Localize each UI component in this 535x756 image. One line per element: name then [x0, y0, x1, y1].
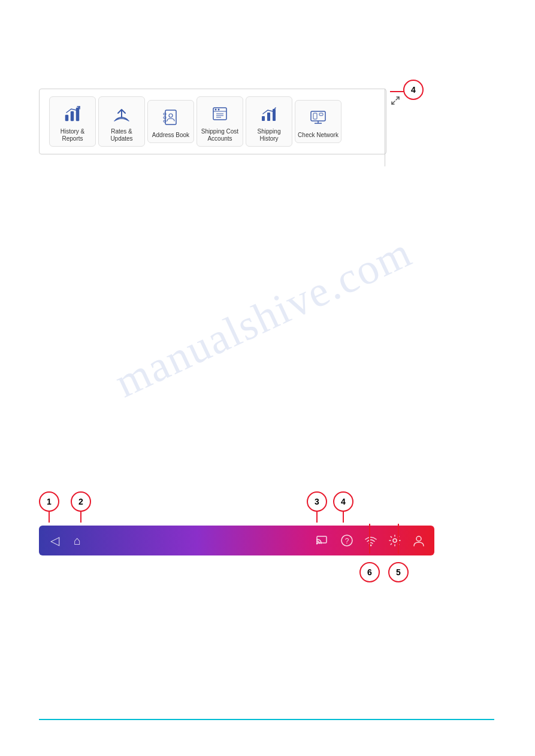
svg-text:?: ?	[345, 537, 349, 545]
divider-line	[385, 89, 385, 166]
address-book-label: Address Book	[152, 132, 189, 139]
callout-5: 5	[388, 562, 409, 582]
back-button[interactable]: ◁	[46, 532, 63, 549]
svg-rect-19	[313, 113, 317, 119]
nav-right-controls: ?	[315, 532, 427, 549]
shipping-history-label: Shipping History	[249, 128, 289, 142]
tool-rates-updates[interactable]: Rates & Updates	[98, 96, 145, 147]
callout-6-line	[369, 524, 370, 554]
bottom-line	[39, 719, 494, 720]
rates-updates-icon	[110, 102, 134, 126]
callout-4-top: 4	[403, 80, 424, 100]
toolbar-icons: History & Reports Rates & Updates	[49, 96, 341, 147]
callout-1: 1	[39, 491, 59, 512]
callout-2: 2	[71, 491, 91, 512]
home-button[interactable]: ⌂	[69, 532, 86, 549]
callout-6: 6	[359, 562, 380, 582]
toolbar-container: History & Reports Rates & Updates	[39, 89, 386, 154]
svg-point-7	[169, 114, 173, 117]
cast-icon[interactable]	[315, 532, 331, 549]
shipping-cost-icon	[208, 102, 232, 126]
check-network-label: Check Network	[298, 132, 338, 139]
help-icon[interactable]: ?	[338, 532, 355, 549]
tool-address-book[interactable]: Address Book	[147, 100, 194, 143]
svg-rect-15	[262, 116, 265, 121]
nav-left-controls: ◁ ⌂	[46, 532, 86, 549]
svg-rect-1	[71, 111, 74, 121]
callout-5-line	[398, 524, 399, 554]
bottom-nav-bar: ◁ ⌂ ?	[39, 526, 434, 555]
watermark: manualshive.com	[96, 192, 431, 443]
rates-updates-label: Rates & Updates	[101, 128, 142, 142]
svg-point-13	[215, 109, 217, 111]
svg-point-29	[416, 536, 421, 541]
svg-rect-0	[65, 115, 68, 121]
history-reports-label: History & Reports	[52, 128, 93, 142]
svg-rect-20	[319, 113, 323, 116]
tool-shipping-history[interactable]: Shipping History	[246, 96, 292, 147]
expand-icon[interactable]	[389, 95, 401, 107]
svg-point-28	[393, 539, 397, 542]
address-book-icon	[159, 105, 183, 129]
svg-rect-16	[267, 113, 270, 121]
tool-history-reports[interactable]: History & Reports	[49, 96, 96, 147]
svg-point-14	[218, 109, 220, 111]
account-icon[interactable]	[410, 532, 427, 549]
check-network-icon	[306, 105, 330, 129]
callout-4-top-line	[390, 91, 404, 92]
callout-4-nav: 4	[333, 491, 353, 512]
history-reports-icon	[61, 102, 84, 126]
callout-3: 3	[307, 491, 327, 512]
settings-icon[interactable]	[386, 532, 403, 549]
shipping-cost-label: Shipping Cost Accounts	[200, 128, 240, 142]
tool-check-network[interactable]: Check Network	[295, 100, 341, 143]
wifi-icon[interactable]	[362, 532, 379, 549]
shipping-history-icon	[257, 102, 281, 126]
tool-shipping-cost[interactable]: Shipping Cost Accounts	[197, 96, 243, 147]
